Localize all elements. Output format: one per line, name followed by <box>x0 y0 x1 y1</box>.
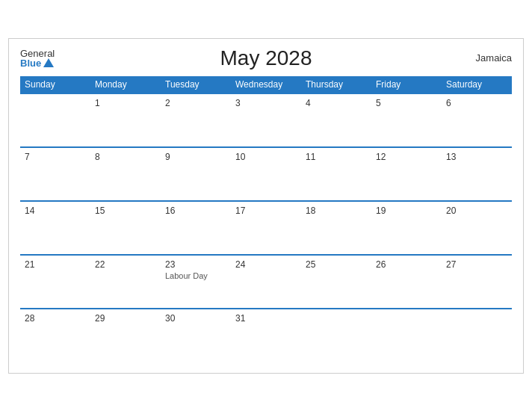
calendar-cell: 2 <box>161 94 231 146</box>
day-header-friday: Friday <box>371 76 442 93</box>
cell-day-number: 21 <box>25 259 86 270</box>
calendar-week-1: 123456 <box>20 93 512 146</box>
day-header-sunday: Sunday <box>20 76 90 93</box>
cell-day-number: 3 <box>235 98 297 108</box>
calendar-cell: 24 <box>231 256 301 308</box>
cell-day-number: 31 <box>235 313 297 324</box>
calendar-cell: 20 <box>442 202 512 254</box>
day-header-saturday: Saturday <box>442 76 512 93</box>
calendar-cell: 10 <box>231 148 301 200</box>
cell-day-number: 20 <box>446 206 507 216</box>
calendar-cell: 29 <box>90 309 161 362</box>
calendar-cell: 4 <box>301 94 371 146</box>
cell-day-number: 13 <box>446 152 507 162</box>
calendar-cell: 11 <box>301 148 371 200</box>
cell-day-number: 28 <box>25 313 86 324</box>
calendar-header: General Blue May 2028 Jamaica <box>20 46 512 70</box>
day-header-thursday: Thursday <box>301 76 371 93</box>
cell-day-number: 23 <box>165 259 226 270</box>
calendar-cell: 28 <box>20 309 90 362</box>
logo-triangle-icon <box>43 58 54 67</box>
logo: General Blue <box>20 49 55 68</box>
calendar-cell: 18 <box>301 202 371 254</box>
calendar-cell: 30 <box>161 309 231 362</box>
calendar-cell <box>442 309 512 362</box>
calendar-cell: 17 <box>231 202 301 254</box>
cell-day-number: 8 <box>95 152 156 162</box>
calendar-week-4: 212223Labour Day24252627 <box>20 254 512 308</box>
logo-general-text: General <box>20 49 55 58</box>
calendar-cell: 22 <box>90 256 161 308</box>
cell-event-label: Labour Day <box>165 271 226 280</box>
calendar-cell <box>371 309 442 362</box>
calendar-week-3: 14151617181920 <box>20 200 512 254</box>
calendar-cell: 9 <box>161 148 231 200</box>
cell-day-number: 4 <box>306 98 367 108</box>
calendar-cell <box>301 309 371 362</box>
calendar-week-5: 28293031 <box>20 308 512 362</box>
calendar-cell <box>20 94 90 146</box>
cell-day-number: 26 <box>376 259 437 270</box>
calendar-cell: 1 <box>90 94 161 146</box>
calendar-cell: 8 <box>90 148 161 200</box>
calendar-cell: 14 <box>20 202 90 254</box>
calendar-title: May 2028 <box>220 46 312 70</box>
cell-day-number: 29 <box>95 313 156 324</box>
cell-day-number: 7 <box>25 152 86 162</box>
calendar-cell: 7 <box>20 148 90 200</box>
cell-day-number: 12 <box>376 152 437 162</box>
day-header-tuesday: Tuesday <box>161 76 231 93</box>
calendar-cell: 31 <box>231 309 301 362</box>
cell-day-number: 17 <box>235 206 297 216</box>
calendar-cell: 26 <box>371 256 442 308</box>
cell-day-number: 11 <box>306 152 367 162</box>
calendar-cell: 15 <box>90 202 161 254</box>
cell-day-number: 24 <box>235 259 297 270</box>
cell-day-number: 15 <box>95 206 156 216</box>
cell-day-number: 14 <box>25 206 86 216</box>
day-headers-row: SundayMondayTuesdayWednesdayThursdayFrid… <box>20 76 512 93</box>
cell-day-number: 22 <box>95 259 156 270</box>
calendar-week-2: 78910111213 <box>20 146 512 200</box>
cell-day-number: 25 <box>306 259 367 270</box>
calendar-cell: 25 <box>301 256 371 308</box>
logo-blue-text: Blue <box>20 58 55 68</box>
calendar-cell: 16 <box>161 202 231 254</box>
calendar: General Blue May 2028 Jamaica SundayMond… <box>8 38 524 374</box>
cell-day-number: 30 <box>165 313 226 324</box>
cell-day-number: 9 <box>165 152 226 162</box>
calendar-cell: 6 <box>442 94 512 146</box>
cell-day-number: 6 <box>446 98 507 108</box>
day-header-wednesday: Wednesday <box>231 76 301 93</box>
cell-day-number: 16 <box>165 206 226 216</box>
day-header-monday: Monday <box>90 76 161 93</box>
country-label: Jamaica <box>476 52 512 64</box>
cell-day-number: 5 <box>376 98 437 108</box>
calendar-cell: 27 <box>442 256 512 308</box>
calendar-grid: 1234567891011121314151617181920212223Lab… <box>20 93 512 362</box>
calendar-cell: 5 <box>371 94 442 146</box>
calendar-cell: 23Labour Day <box>161 256 231 308</box>
calendar-cell: 21 <box>20 256 90 308</box>
cell-day-number: 10 <box>235 152 297 162</box>
calendar-cell: 12 <box>371 148 442 200</box>
cell-day-number: 1 <box>95 98 156 108</box>
calendar-cell: 13 <box>442 148 512 200</box>
calendar-cell: 3 <box>231 94 301 146</box>
cell-day-number: 18 <box>306 206 367 216</box>
cell-day-number: 2 <box>165 98 226 108</box>
calendar-cell: 19 <box>371 202 442 254</box>
cell-day-number: 19 <box>376 206 437 216</box>
cell-day-number: 27 <box>446 259 507 270</box>
